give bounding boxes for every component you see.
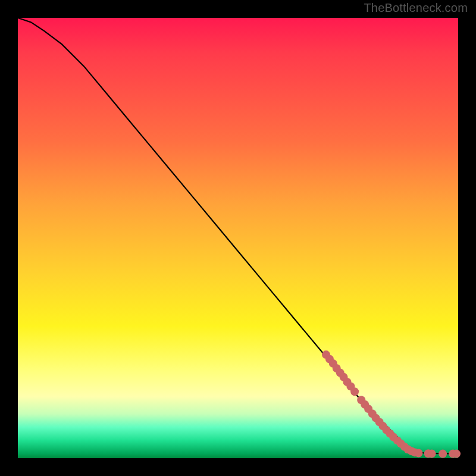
curve-line xyxy=(18,18,458,454)
scatter-point xyxy=(452,450,461,458)
chart-frame: TheBottleneck.com xyxy=(0,0,476,476)
scatter-markers xyxy=(322,350,461,458)
scatter-point xyxy=(414,449,422,457)
chart-svg xyxy=(18,18,458,458)
scatter-point xyxy=(428,449,436,458)
scatter-point xyxy=(350,387,359,396)
attribution-text: TheBottleneck.com xyxy=(364,1,468,15)
plot-area xyxy=(18,18,458,458)
scatter-point xyxy=(439,450,447,458)
